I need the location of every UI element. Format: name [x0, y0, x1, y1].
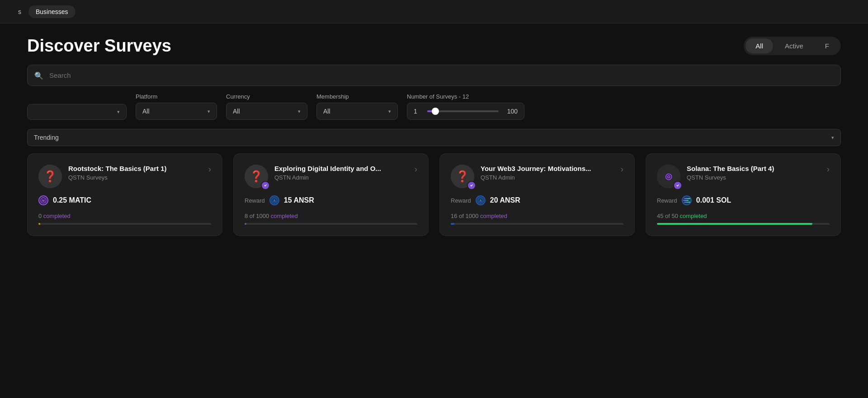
- filter-tabs: All Active F: [744, 37, 841, 55]
- progress-completed-label-2: completed: [271, 213, 298, 219]
- nav-item-businesses[interactable]: Businesses: [28, 5, 75, 18]
- progress-bar-fill-3: [451, 223, 454, 225]
- card-avatar-2: ❓: [245, 165, 268, 188]
- reward-coin-4: [682, 195, 692, 205]
- cards-area: ❓ Rootstock: The Basics (Part 1) QSTN Su…: [0, 153, 868, 254]
- first-filter-select[interactable]: ▾: [27, 104, 127, 120]
- search-area: 🔍: [0, 65, 868, 93]
- survey-card-1[interactable]: ❓ Rootstock: The Basics (Part 1) QSTN Su…: [27, 153, 222, 236]
- search-wrap: 🔍: [27, 65, 841, 86]
- survey-card-2[interactable]: ❓ Exploring Digital Identity and O... QS…: [233, 153, 429, 236]
- filter-group-membership: Membership All ▾: [316, 93, 398, 120]
- card-avatar-4: ◎: [657, 165, 680, 188]
- card-header-4: ◎ Solana: The Basics (Part 4) QSTN Surve…: [657, 165, 830, 188]
- progress-bar-fill-2: [245, 223, 246, 225]
- progress-bar-fill-1: [38, 223, 40, 225]
- sol-line-1: [684, 198, 690, 199]
- membership-chevron: ▾: [388, 109, 391, 114]
- top-nav: s Businesses: [0, 0, 868, 24]
- badge-icon: [263, 183, 268, 188]
- surveys-range-label: Number of Surveys - 12: [407, 93, 524, 100]
- avatar-badge-4: [673, 181, 682, 190]
- search-input[interactable]: [27, 65, 841, 86]
- progress-wrap-3: 16 of 1000 completed: [451, 213, 623, 225]
- reward-row-2: Reward A 15 ANSR: [245, 195, 417, 205]
- card-avatar-img-1: ❓: [38, 165, 62, 188]
- filter-group-surveys: Number of Surveys - 12 1 100: [407, 93, 524, 120]
- card-author-4: QSTN Surveys: [687, 174, 821, 181]
- card-author-1: QSTN Surveys: [68, 174, 202, 181]
- progress-text-2: 8 of 1000 completed: [245, 213, 417, 219]
- svg-text:A: A: [479, 199, 481, 202]
- surveys-range-wrap: 1 100: [407, 103, 524, 120]
- svg-text:◎: ◎: [665, 172, 672, 181]
- reward-amount-1: 0.25 MATIC: [53, 196, 91, 204]
- survey-card-4[interactable]: ◎ Solana: The Basics (Part 4) QSTN Surve…: [646, 153, 841, 236]
- reward-amount-3: 20 ANSR: [490, 196, 520, 204]
- nav-item-s[interactable]: s: [11, 5, 28, 18]
- survey-card-3[interactable]: ❓ Your Web3 Journey: Motivations... QSTN…: [439, 153, 635, 236]
- search-icon: 🔍: [34, 71, 43, 80]
- platform-select[interactable]: All ▾: [136, 103, 217, 120]
- sort-select[interactable]: Trending ▾: [27, 129, 841, 146]
- card-avatar-3: ❓: [451, 165, 474, 188]
- progress-bar-fill-4: [657, 223, 812, 225]
- card-arrow-2: ›: [415, 165, 417, 174]
- sort-row: Trending ▾: [0, 129, 868, 153]
- range-min-value: 1: [414, 108, 422, 115]
- card-title-4: Solana: The Basics (Part 4): [687, 165, 804, 172]
- card-header-3: ❓ Your Web3 Journey: Motivations... QSTN…: [451, 165, 623, 188]
- membership-label: Membership: [316, 93, 398, 100]
- first-filter-chevron: ▾: [117, 109, 120, 115]
- sol-line-2: [683, 200, 689, 201]
- reward-row-1: M 0.25 MATIC: [38, 195, 211, 205]
- currency-select[interactable]: All ▾: [226, 103, 307, 120]
- filter-group-first: ▾: [27, 101, 127, 120]
- card-arrow-1: ›: [208, 165, 211, 174]
- svg-text:M: M: [42, 199, 45, 202]
- reward-label-4: Reward: [657, 197, 677, 204]
- filter-tab-f[interactable]: F: [815, 38, 839, 53]
- surveys-range-slider[interactable]: [427, 110, 499, 112]
- progress-text-4: 45 of 50 completed: [657, 213, 830, 219]
- card-title-wrap-1: Rootstock: The Basics (Part 1) QSTN Surv…: [68, 165, 202, 181]
- avatar-badge-2: [261, 181, 270, 190]
- sort-chevron: ▾: [831, 135, 834, 141]
- sol-line-3: [684, 202, 690, 203]
- progress-completed-label-3: completed: [480, 213, 507, 219]
- progress-bar-bg-3: [451, 223, 623, 225]
- platform-label: Platform: [136, 93, 217, 100]
- header-area: Discover Surveys All Active F: [0, 24, 868, 65]
- progress-bar-bg-4: [657, 223, 830, 225]
- svg-text:A: A: [273, 199, 275, 202]
- filter-tab-all[interactable]: All: [745, 38, 773, 53]
- reward-coin-3: A: [476, 195, 486, 205]
- filter-group-platform: Platform All ▾: [136, 93, 217, 120]
- badge-icon: [469, 183, 474, 188]
- filter-tab-active[interactable]: Active: [775, 38, 813, 53]
- reward-label-2: Reward: [245, 197, 265, 204]
- reward-coin-2: A: [269, 195, 279, 205]
- currency-chevron: ▾: [298, 109, 301, 114]
- filter-group-currency: Currency All ▾: [226, 93, 307, 120]
- filters-row: ▾ Platform All ▾ Currency All ▾ Membersh…: [0, 93, 868, 129]
- card-title-2: Exploring Digital Identity and O...: [274, 165, 392, 172]
- sort-value: Trending: [34, 134, 59, 141]
- card-title-wrap-4: Solana: The Basics (Part 4) QSTN Surveys: [687, 165, 821, 181]
- badge-icon: [675, 183, 680, 188]
- ansr-coin-icon: A: [477, 197, 484, 204]
- card-arrow-4: ›: [827, 165, 830, 174]
- range-max-value: 100: [504, 108, 518, 115]
- progress-wrap-1: 0 completed: [38, 213, 211, 225]
- reward-amount-2: 15 ANSR: [284, 196, 314, 204]
- reward-row-4: Reward 0.001 SOL: [657, 195, 830, 205]
- card-author-2: QSTN Admin: [274, 174, 408, 181]
- currency-value: All: [233, 108, 240, 115]
- card-avatar-1: ❓: [38, 165, 62, 188]
- progress-completed-label-4: completed: [680, 213, 707, 219]
- card-title-3: Your Web3 Journey: Motivations...: [481, 165, 598, 172]
- matic-coin-icon: M: [40, 197, 47, 204]
- membership-select[interactable]: All ▾: [316, 103, 398, 120]
- progress-bar-bg-1: [38, 223, 211, 225]
- progress-wrap-4: 45 of 50 completed: [657, 213, 830, 225]
